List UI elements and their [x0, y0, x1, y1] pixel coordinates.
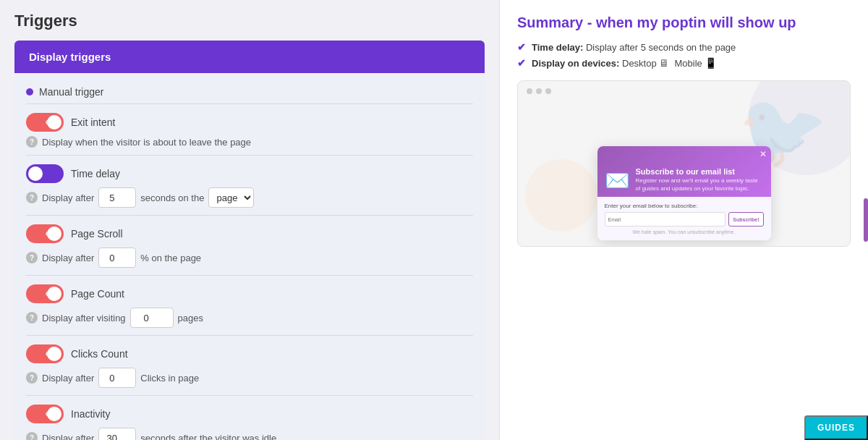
time-delay-help-icon[interactable]: ? — [26, 192, 38, 203]
time-delay-input[interactable] — [98, 187, 136, 208]
clicks-count-desc: ? Display after Clicks in page — [26, 368, 473, 388]
time-delay-toggle[interactable]: ON — [26, 164, 64, 183]
popup-input-row: Subscribe! — [605, 212, 764, 227]
page-scroll-row: OFF Page Scroll — [26, 224, 473, 243]
clicks-count-section: OFF Clicks Count ? Display after Clicks … — [26, 336, 473, 396]
browser-dot-3 — [545, 88, 551, 94]
inactivity-track[interactable]: OFF — [26, 405, 64, 423]
clicks-count-input[interactable] — [98, 368, 136, 388]
right-panel: Summary - when my poptin will show up ✔ … — [499, 0, 868, 440]
browser-mockup: 🐦 ✕ ✉️ Subscribe to our email list Regis… — [517, 80, 851, 247]
popup-body: Enter your email below to subscribe: Sub… — [597, 197, 771, 240]
inactivity-label: Inactivity — [71, 408, 110, 420]
popup-envelope-icon: ✉️ — [605, 169, 630, 192]
manual-trigger-row: Manual trigger — [26, 80, 473, 104]
desktop-icon: 🖥 — [659, 57, 669, 69]
clicks-count-label: Clicks Count — [71, 348, 128, 360]
popup-email-input[interactable] — [605, 212, 726, 227]
check-icon-time-delay: ✔ — [517, 41, 526, 53]
inactivity-desc: ? Display after seconds after the visito… — [26, 428, 473, 440]
exit-intent-desc: ? Display when the visitor is about to l… — [26, 136, 473, 148]
time-delay-select[interactable]: page site — [208, 187, 254, 208]
browser-dot-1 — [527, 88, 532, 94]
page-scroll-toggle[interactable]: OFF — [26, 224, 64, 243]
guides-button[interactable]: GUIDES — [804, 415, 868, 440]
clicks-count-toggle[interactable]: OFF — [26, 344, 64, 363]
display-triggers-section: Display triggers Manual trigger OFF Exit — [14, 41, 485, 440]
exit-intent-help-icon[interactable]: ? — [26, 136, 38, 148]
popup-mockup: ✕ ✉️ Subscribe to our email list Registe… — [597, 146, 771, 240]
left-panel: Triggers Display triggers Manual trigger… — [0, 0, 499, 440]
page-scroll-section: OFF Page Scroll ? Display after % on the… — [26, 216, 473, 276]
page-count-track[interactable]: OFF — [26, 284, 64, 303]
check-icon-devices: ✔ — [517, 57, 526, 69]
page-count-toggle[interactable]: OFF — [26, 284, 64, 303]
clicks-count-help-icon[interactable]: ? — [26, 372, 38, 384]
exit-intent-row: OFF Exit intent — [26, 113, 473, 132]
triggers-body: Manual trigger OFF Exit intent ? Display… — [14, 73, 485, 440]
exit-intent-track[interactable]: OFF — [26, 113, 64, 132]
time-delay-row: ON Time delay — [26, 164, 473, 183]
time-delay-label: Time delay — [71, 168, 120, 179]
time-delay-track[interactable]: ON — [26, 164, 64, 183]
popup-subscribe-button[interactable]: Subscribe! — [728, 212, 763, 227]
page-count-help-icon[interactable]: ? — [26, 312, 38, 323]
exit-intent-label: Exit intent — [71, 117, 115, 128]
summary-list: ✔ Time delay: Display after 5 seconds on… — [517, 41, 851, 69]
page-scroll-track[interactable]: OFF — [26, 224, 64, 243]
page-scroll-help-icon[interactable]: ? — [26, 252, 38, 263]
manual-trigger-label: Manual trigger — [39, 86, 104, 98]
time-delay-desc: ? Display after seconds on the page site — [26, 187, 473, 208]
page-scroll-desc: ? Display after % on the page — [26, 248, 473, 268]
summary-title: Summary - when my poptin will show up — [517, 14, 851, 31]
page-title: Triggers — [14, 12, 485, 30]
manual-dot — [26, 88, 33, 96]
preview-container: 🐦 ✕ ✉️ Subscribe to our email list Regis… — [517, 80, 851, 247]
time-delay-section: ON Time delay ? Display after seconds on… — [26, 156, 473, 216]
page-count-input[interactable] — [130, 308, 174, 328]
page-count-desc: ? Display after visiting pages — [26, 308, 473, 328]
popup-header-text: Subscribe to our email list Register now… — [636, 167, 764, 192]
inactivity-row: OFF Inactivity — [26, 405, 473, 423]
bg-circle-2 — [525, 159, 597, 232]
exit-intent-section: OFF Exit intent ? Display when the visit… — [26, 104, 473, 156]
inactivity-toggle[interactable]: OFF — [26, 405, 64, 423]
inactivity-section: OFF Inactivity ? Display after seconds a… — [26, 396, 473, 440]
inactivity-input[interactable] — [98, 428, 136, 440]
clicks-count-track[interactable]: OFF — [26, 344, 64, 363]
mobile-icon: 📱 — [705, 57, 717, 69]
popup-close-icon[interactable]: ✕ — [760, 149, 767, 159]
browser-dot-2 — [536, 88, 542, 94]
popup-title: Subscribe to our email list — [636, 167, 764, 176]
display-triggers-header: Display triggers — [14, 41, 485, 73]
summary-item-devices: ✔ Display on devices: Desktop 🖥 Mobile 📱 — [517, 57, 851, 69]
summary-item-time-delay: ✔ Time delay: Display after 5 seconds on… — [517, 41, 851, 53]
popup-header: ✕ ✉️ Subscribe to our email list Registe… — [597, 146, 771, 197]
popup-body-label: Enter your email below to subscribe: — [605, 203, 764, 209]
page-scroll-label: Page Scroll — [71, 228, 123, 240]
page-count-row: OFF Page Count — [26, 284, 473, 303]
exit-intent-toggle[interactable]: OFF — [26, 113, 64, 132]
popup-subtitle: Register now and we'll email you a weekl… — [636, 177, 764, 192]
page-count-label: Page Count — [71, 288, 124, 300]
scroll-indicator — [864, 198, 868, 242]
inactivity-help-icon[interactable]: ? — [26, 432, 38, 440]
clicks-count-row: OFF Clicks Count — [26, 344, 473, 363]
popup-footer-text: We hate spam. You can unsubscribe anytim… — [605, 229, 764, 234]
page-scroll-input[interactable] — [98, 248, 136, 268]
page-count-section: OFF Page Count ? Display after visiting … — [26, 276, 473, 336]
